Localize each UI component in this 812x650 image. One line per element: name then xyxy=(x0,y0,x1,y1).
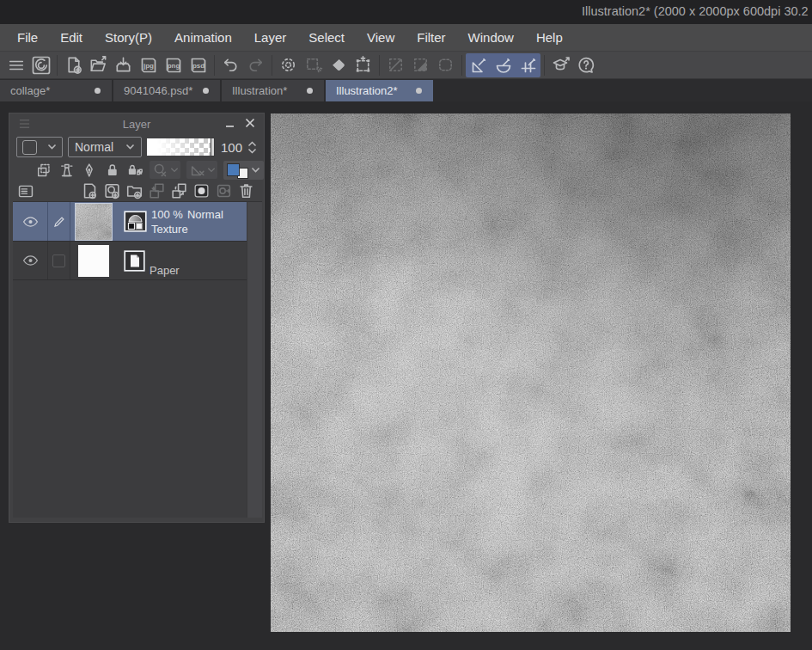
svg-text:jpg: jpg xyxy=(143,61,154,69)
help-button[interactable] xyxy=(573,53,598,77)
command-bar: jpg png psd xyxy=(0,52,812,79)
menu-item-view[interactable]: View xyxy=(356,24,406,51)
apply-mask-to-layer-icon[interactable] xyxy=(214,181,234,200)
lock-layer-icon[interactable] xyxy=(104,162,121,179)
layer-thumbnail-cell xyxy=(70,203,117,241)
mask-disabled-icon xyxy=(151,162,170,179)
enable-mask-button[interactable] xyxy=(150,161,180,179)
tab-modified-dot[interactable] xyxy=(416,88,422,94)
hamburger-icon xyxy=(7,56,26,75)
open-file-button[interactable] xyxy=(86,53,111,77)
tab-modified-dot[interactable] xyxy=(95,88,101,94)
menu-item-file[interactable]: File xyxy=(6,24,49,51)
layer-color-blue-swatch xyxy=(227,163,240,176)
save-button[interactable] xyxy=(111,53,136,77)
tab-modified-dot[interactable] xyxy=(307,88,313,94)
tab-label: collage* xyxy=(10,84,50,97)
tab-modified-dot[interactable] xyxy=(203,88,209,94)
clear-line-button[interactable] xyxy=(383,53,408,77)
scale-selection-button[interactable] xyxy=(351,53,375,77)
layer-row-paper[interactable]: Paper xyxy=(13,242,247,280)
panel-menu-icon[interactable] xyxy=(18,118,31,130)
save-icon xyxy=(113,55,133,75)
chevron-down-icon xyxy=(170,167,179,174)
draft-layer-icon[interactable] xyxy=(81,162,98,179)
snap-to-special-ruler-button[interactable] xyxy=(491,53,516,77)
layer-color-button[interactable] xyxy=(223,161,264,180)
blend-mode-dropdown[interactable]: Normal xyxy=(68,137,142,157)
menu-item-filter[interactable]: Filter xyxy=(406,24,456,51)
export-jpg-button[interactable]: jpg xyxy=(136,53,161,77)
layer-list: 100 % Normal Texture xyxy=(13,201,262,518)
ruler-display-button[interactable] xyxy=(186,161,217,179)
canvas-document[interactable] xyxy=(271,113,791,632)
fill-selection-button[interactable] xyxy=(408,53,433,77)
export-psd-button[interactable]: psd xyxy=(186,53,211,77)
new-layer-folder-icon[interactable] xyxy=(125,181,144,200)
layer-panel-header: Layer xyxy=(9,113,264,134)
new-vector-layer-icon[interactable] xyxy=(102,181,122,200)
redo-button[interactable] xyxy=(243,53,268,77)
new-document-button[interactable] xyxy=(61,53,86,77)
menu-item-help[interactable]: Help xyxy=(525,24,574,51)
clip-studio-tips-button[interactable] xyxy=(548,53,573,77)
toolbar-divider xyxy=(379,55,380,76)
paper-layer-thumbnail[interactable] xyxy=(78,245,109,277)
layer-visibility-toggle[interactable] xyxy=(13,202,48,241)
new-raster-layer-icon[interactable] xyxy=(80,181,100,200)
reference-layer-icon[interactable] xyxy=(58,162,76,179)
stepper-up-icon[interactable] xyxy=(247,141,257,147)
tab-collage[interactable]: collage* xyxy=(0,80,112,101)
palette-mode-dropdown[interactable] xyxy=(16,137,63,157)
export-png-button[interactable]: png xyxy=(161,53,186,77)
layer-name: Paper xyxy=(150,264,180,279)
layer-editing-indicator xyxy=(48,242,70,279)
create-layer-mask-icon[interactable] xyxy=(192,181,211,200)
clip-studio-button[interactable] xyxy=(28,53,53,77)
layer-list-scrollbar[interactable] xyxy=(247,202,262,518)
panel-minimize-icon[interactable] xyxy=(224,117,236,129)
border-selection-button[interactable] xyxy=(433,53,458,77)
eye-icon xyxy=(22,254,39,267)
menu-item-animation[interactable]: Animation xyxy=(163,24,243,51)
lock-transparent-pixels-icon[interactable] xyxy=(126,162,143,179)
menu-item-window[interactable]: Window xyxy=(457,24,525,51)
menu-item-select[interactable]: Select xyxy=(297,24,356,51)
tab-illustration2[interactable]: Illustration2* xyxy=(326,80,433,101)
stepper-down-icon[interactable] xyxy=(247,148,257,154)
layer-row-texture[interactable]: 100 % Normal Texture xyxy=(13,202,247,242)
invert-selection-icon xyxy=(328,55,348,75)
redo-icon xyxy=(246,55,266,75)
layer-search-icon[interactable] xyxy=(16,182,35,200)
png-file-icon: png xyxy=(163,55,184,76)
tab-9041046-psd[interactable]: 9041046.psd* xyxy=(113,80,220,101)
chevron-down-icon xyxy=(251,167,260,174)
undo-button[interactable] xyxy=(218,53,243,77)
question-bubble-icon xyxy=(576,55,596,76)
opacity-slider-handle[interactable] xyxy=(211,138,215,156)
combine-to-lower-layer-icon[interactable] xyxy=(169,181,189,200)
main-menu-button[interactable] xyxy=(3,53,28,77)
snap-to-grid-button[interactable] xyxy=(516,53,540,77)
menu-item-story[interactable]: Story(P) xyxy=(94,24,163,51)
panel-close-icon[interactable] xyxy=(244,117,256,129)
delete-layer-icon[interactable] xyxy=(236,181,256,200)
menu-item-layer[interactable]: Layer xyxy=(243,24,298,51)
transfer-to-lower-layer-icon[interactable] xyxy=(147,181,167,200)
tab-illustration[interactable]: Illustration* xyxy=(222,80,324,101)
snap-to-ruler-button[interactable] xyxy=(466,53,491,77)
texture-layer-thumbnail[interactable] xyxy=(75,203,113,241)
clip-studio-logo-icon xyxy=(31,55,52,76)
layer-visibility-toggle[interactable] xyxy=(13,242,48,279)
menu-item-edit[interactable]: Edit xyxy=(49,24,94,51)
texture-thumbnail-image xyxy=(76,204,112,240)
invert-selection-button[interactable] xyxy=(326,53,351,77)
opacity-slider[interactable] xyxy=(147,138,215,156)
reselect-button[interactable] xyxy=(301,53,326,77)
layer-blend-label: Normal xyxy=(187,207,223,222)
deselect-button[interactable] xyxy=(276,53,301,77)
clip-to-layer-below-icon[interactable] xyxy=(35,162,52,179)
opacity-stepper[interactable] xyxy=(247,141,257,154)
image-material-layer-icon xyxy=(124,211,147,232)
graduation-cap-icon xyxy=(551,55,571,76)
